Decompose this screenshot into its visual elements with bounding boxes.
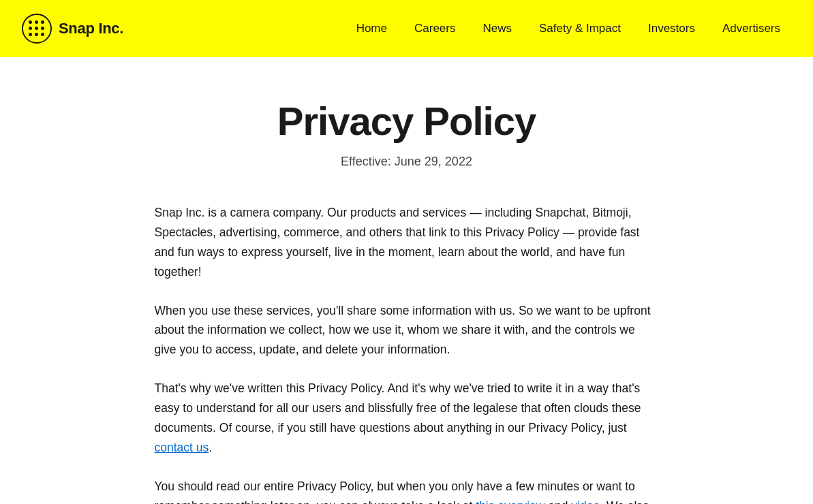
navbar: Snap Inc. Home Careers News Safety & Imp… [0, 0, 813, 57]
logo-link[interactable]: Snap Inc. [22, 14, 123, 44]
this-overview-link[interactable]: this overview [476, 499, 544, 505]
dot [29, 27, 32, 30]
dots-grid-icon [29, 20, 45, 37]
brand-name: Snap Inc. [59, 20, 123, 37]
dot [41, 20, 44, 24]
dot [41, 27, 44, 30]
dot [35, 27, 38, 30]
nav-link-advertisers[interactable]: Advertisers [711, 16, 791, 41]
main-nav: Home Careers News Safety & Impact Invest… [346, 16, 791, 41]
nav-link-safety-impact[interactable]: Safety & Impact [528, 16, 632, 41]
content-body: Snap Inc. is a camera company. Our produ… [155, 203, 659, 504]
contact-us-link[interactable]: contact us [155, 441, 209, 454]
page-title: Privacy Policy [155, 98, 659, 144]
paragraph-1: Snap Inc. is a camera company. Our produ… [155, 203, 659, 282]
video-link[interactable]: video [571, 499, 600, 505]
nav-link-news[interactable]: News [472, 16, 523, 41]
dot [35, 20, 38, 24]
nav-link-investors[interactable]: Investors [637, 16, 706, 41]
dot [35, 33, 38, 36]
dot [41, 33, 44, 36]
paragraph-4: You should read our entire Privacy Polic… [155, 477, 659, 504]
main-content: Privacy Policy Effective: June 29, 2022 … [127, 57, 686, 504]
dot [29, 20, 32, 24]
nav-link-home[interactable]: Home [346, 16, 398, 41]
paragraph-3: That's why we've written this Privacy Po… [155, 379, 659, 458]
nav-link-careers[interactable]: Careers [403, 16, 466, 41]
paragraph-2: When you use these services, you'll shar… [155, 301, 659, 360]
effective-date: Effective: June 29, 2022 [155, 155, 659, 169]
logo-icon [22, 14, 52, 44]
dot [29, 33, 32, 36]
